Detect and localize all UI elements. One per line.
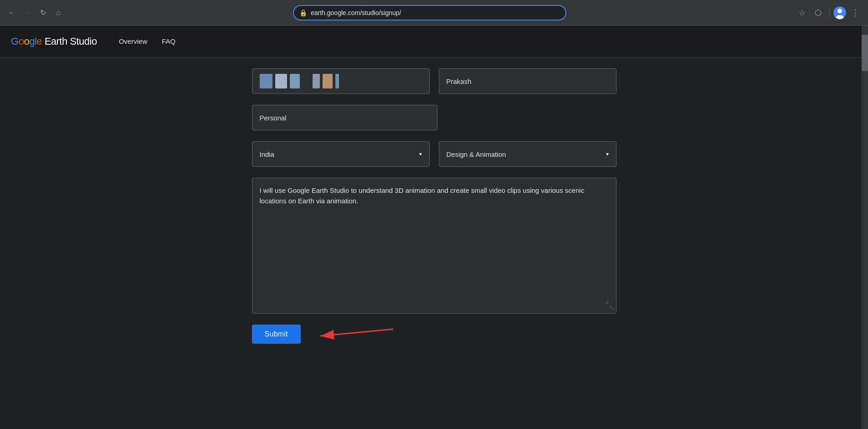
- resize-handle: ⤡: [609, 304, 614, 311]
- extensions-button[interactable]: ⬡: [811, 5, 826, 20]
- menu-button[interactable]: ⋮: [848, 5, 863, 20]
- color-2: [275, 74, 287, 88]
- site-logo: Google Earth Studio: [11, 36, 97, 47]
- country-dropdown-arrow: ▾: [419, 151, 422, 157]
- industry-dropdown[interactable]: Design & Animation ▾: [439, 141, 616, 167]
- color-6: [335, 74, 339, 88]
- browser-chrome: ← → ↻ ⌂ 🔒 earth.google.com/studio/signup…: [0, 0, 868, 26]
- svg-point-1: [837, 9, 842, 13]
- industry-value: Design & Animation: [447, 150, 506, 158]
- form-container: India ▾ Design & Animation ▾ I will use …: [252, 68, 616, 344]
- scrollbar-thumb[interactable]: [862, 35, 868, 71]
- first-name-field[interactable]: [252, 68, 430, 94]
- color-3: [290, 74, 300, 88]
- country-dropdown[interactable]: India ▾: [252, 141, 430, 167]
- description-wrapper: I will use Google Earth Studio to unders…: [252, 178, 616, 314]
- red-arrow-annotation: [307, 320, 398, 345]
- main-content: India ▾ Design & Animation ▾ I will use …: [0, 57, 868, 429]
- page-content: Google Earth Studio Overview FAQ: [0, 26, 868, 429]
- description-textarea[interactable]: I will use Google Earth Studio to unders…: [260, 186, 609, 304]
- bookmark-button[interactable]: ☆: [795, 5, 809, 20]
- security-icon: 🔒: [299, 9, 307, 16]
- scrollbar[interactable]: [862, 26, 868, 429]
- forward-button[interactable]: →: [21, 6, 34, 19]
- color-1: [260, 74, 272, 88]
- color-4: [313, 74, 320, 88]
- nav-overview[interactable]: Overview: [119, 37, 148, 45]
- site-header: Google Earth Studio Overview FAQ: [0, 26, 868, 57]
- avatar[interactable]: [833, 6, 846, 19]
- site-nav: Overview FAQ: [119, 37, 176, 45]
- dropdowns-row: India ▾ Design & Animation ▾: [252, 141, 616, 167]
- browser-actions: ☆ ⬡ ⋮: [795, 5, 863, 20]
- submit-row: Submit: [252, 325, 616, 344]
- nav-buttons: ← → ↻ ⌂: [5, 6, 65, 19]
- url-text: earth.google.com/studio/signup/: [311, 9, 560, 16]
- refresh-button[interactable]: ↻: [36, 6, 49, 19]
- empty-placeholder: [447, 105, 616, 130]
- use-type-input[interactable]: [260, 114, 430, 122]
- use-type-row: [252, 105, 616, 130]
- nav-faq[interactable]: FAQ: [162, 37, 175, 45]
- address-bar[interactable]: 🔒 earth.google.com/studio/signup/: [293, 5, 566, 21]
- color-5: [323, 74, 333, 88]
- country-value: India: [260, 150, 275, 158]
- submit-button[interactable]: Submit: [252, 325, 301, 344]
- home-button[interactable]: ⌂: [52, 6, 65, 19]
- name-row: [252, 68, 616, 94]
- back-button[interactable]: ←: [5, 6, 18, 19]
- use-type-field[interactable]: [252, 105, 437, 130]
- separator: [829, 7, 830, 18]
- last-name-field[interactable]: [439, 68, 616, 94]
- avatar-colors: [260, 74, 339, 88]
- industry-dropdown-arrow: ▾: [606, 151, 609, 157]
- address-bar-container: 🔒 earth.google.com/studio/signup/: [68, 5, 791, 21]
- svg-line-4: [320, 329, 393, 336]
- last-name-input[interactable]: [447, 78, 609, 85]
